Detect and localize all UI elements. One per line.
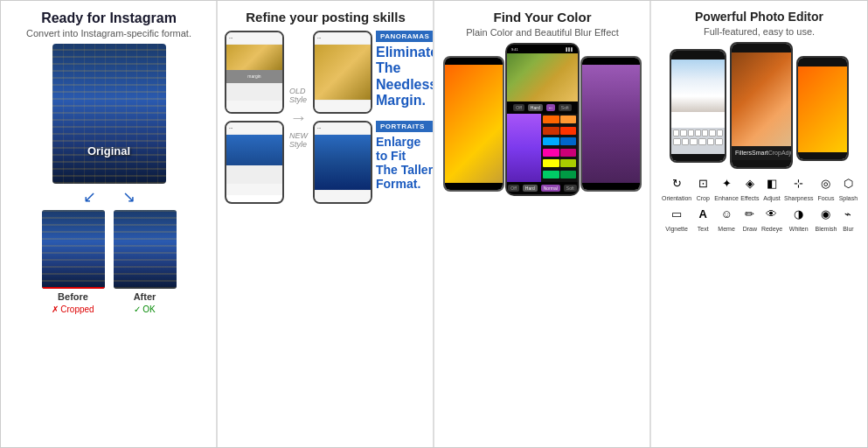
panel-4-title: Powerful Photo Editor bbox=[695, 10, 823, 24]
before-label: Before bbox=[58, 291, 88, 302]
panel-3-subtitle: Plain Color and Beautiful Blur Effect bbox=[466, 27, 619, 38]
editor-phone-right bbox=[796, 56, 849, 161]
transform-arrow: → bbox=[290, 108, 308, 128]
tool-crop[interactable]: ⊡ Crop bbox=[693, 174, 712, 201]
back-phone-left bbox=[443, 56, 504, 192]
before-after-row: Before ✗ Cropped After ✓ OK bbox=[42, 210, 177, 314]
old-phone-portrait: ••• bbox=[225, 121, 284, 204]
tool-sharpness[interactable]: ⊹ Sharpness bbox=[784, 174, 813, 201]
arrow-left: ↙ bbox=[83, 187, 96, 206]
panel-refine: Refine your posting skills ••• margin bbox=[218, 1, 434, 447]
tool-focus[interactable]: ◎ Focus bbox=[816, 174, 837, 201]
ok-status: ✓ OK bbox=[134, 304, 155, 314]
building-original-image: Original bbox=[52, 44, 166, 184]
editor-phone-right-screen bbox=[798, 58, 847, 159]
whiten-label: Whiten bbox=[789, 226, 809, 232]
effects-icon: ◈ bbox=[740, 174, 760, 193]
phone-bottom-2 bbox=[226, 183, 282, 195]
toggle-normal[interactable]: ··· bbox=[546, 104, 555, 111]
screen-top-right bbox=[798, 58, 847, 66]
tool-adjust[interactable]: ◧ Adjust bbox=[761, 174, 782, 201]
tool-effects[interactable]: ◈ Effects bbox=[740, 174, 760, 201]
phone-bottom bbox=[226, 100, 282, 112]
bottom-off[interactable]: Off bbox=[508, 185, 519, 192]
text-label: Text bbox=[698, 226, 709, 232]
draw-label: Draw bbox=[743, 226, 757, 232]
redeye-label: Redeye bbox=[761, 226, 782, 232]
tool-text[interactable]: A Text bbox=[693, 205, 712, 232]
orientation-icon: ↻ bbox=[667, 174, 686, 193]
panorama-text-block: PANORAMAS Eliminate The Needless Margin. bbox=[376, 31, 434, 109]
crop-label: Crop bbox=[697, 195, 710, 201]
phone-header-3: ••• bbox=[315, 32, 371, 45]
toggle-hard[interactable]: Hard bbox=[528, 104, 543, 111]
arrow-area: OLD Style → NEW Style bbox=[289, 87, 308, 149]
check-icon: ✓ bbox=[134, 304, 141, 314]
enlarge-text: Enlarge to Fit The Taller Format. bbox=[376, 135, 433, 191]
blur-label: Blur bbox=[843, 226, 853, 232]
splash-label: Splash bbox=[839, 195, 858, 201]
old-phone-portrait-screen: ••• bbox=[226, 122, 282, 202]
purple-gradient bbox=[507, 114, 541, 182]
focus-icon: ◎ bbox=[816, 174, 836, 193]
toggle-bar: Off Hard ··· Soft bbox=[507, 102, 578, 114]
bird-image-area bbox=[507, 53, 578, 102]
editor-phone-center-screen: Filters Smart Crop Adjust bbox=[732, 44, 791, 167]
new-phones-col: ••• PANORAMAS Eliminate The Needless Mar… bbox=[313, 31, 434, 204]
tool-redeye[interactable]: 👁 Redeye bbox=[761, 205, 782, 232]
panel-editor: Powerful Photo Editor Full-featured, eas… bbox=[651, 1, 867, 447]
cropped-status: ✗ Cropped bbox=[52, 304, 94, 314]
tool-meme[interactable]: ☺ Meme bbox=[714, 205, 739, 232]
editor-phone-center: Filters Smart Crop Adjust bbox=[730, 42, 793, 169]
editor-phone-left bbox=[670, 49, 726, 163]
tool-blur[interactable]: ⌁ Blur bbox=[838, 205, 858, 232]
tool-whiten[interactable]: ◑ Whiten bbox=[784, 205, 813, 232]
back-phone-right bbox=[580, 56, 642, 192]
toggle-soft[interactable]: Soft bbox=[559, 104, 572, 111]
old-style-label: OLD Style bbox=[289, 87, 308, 104]
tool-splash[interactable]: ⬡ Splash bbox=[838, 174, 858, 201]
enhance-label: Enhance bbox=[714, 195, 739, 201]
tool-blemish[interactable]: ◉ Blemish bbox=[816, 205, 837, 232]
orientation-label: Orientation bbox=[662, 195, 691, 201]
sharpness-icon: ⊹ bbox=[789, 174, 809, 193]
meme-label: Meme bbox=[718, 226, 734, 232]
tool-orientation[interactable]: ↻ Orientation bbox=[662, 174, 691, 201]
photo-area-left bbox=[671, 60, 725, 128]
original-label: Original bbox=[87, 144, 130, 158]
screen-top-center bbox=[732, 44, 791, 52]
panel-2-title: Refine your posting skills bbox=[246, 10, 406, 25]
editor-phone-left-screen bbox=[671, 51, 725, 161]
crop-indicator bbox=[42, 287, 105, 289]
abstract-photo bbox=[798, 66, 847, 152]
toggle-off[interactable]: Off bbox=[513, 104, 524, 111]
photo-area-center bbox=[732, 52, 791, 146]
new-style-label: NEW Style bbox=[289, 131, 308, 149]
panel-1-title: Ready for Instagram bbox=[41, 10, 177, 26]
adjust-icon: ◧ bbox=[762, 174, 781, 193]
screen-top-left bbox=[671, 51, 725, 60]
bottom-toggle-bar: Off Hard Normal Soft bbox=[507, 182, 578, 194]
photo-area-right bbox=[798, 66, 847, 152]
arrows-row: ↙ ↘ bbox=[83, 187, 135, 206]
tool-enhance[interactable]: ✦ Enhance bbox=[714, 174, 739, 201]
old-phone-panorama: ••• margin bbox=[225, 31, 284, 114]
effects-label: Effects bbox=[740, 195, 759, 201]
new-phone-panorama-screen: ••• bbox=[315, 32, 371, 112]
tool-draw[interactable]: ✏ Draw bbox=[740, 205, 760, 232]
adjust-label: Adjust bbox=[763, 195, 780, 201]
tool-vignette[interactable]: ▭ Vignette bbox=[662, 205, 691, 232]
bottom-soft[interactable]: Soft bbox=[564, 185, 577, 192]
panel-instagram: Ready for Instagram Convert into Instagr… bbox=[1, 1, 218, 447]
color-picker-area bbox=[507, 114, 578, 182]
keyboard-row-1 bbox=[673, 130, 723, 136]
portrait-text-block: PORTRAITS Enlarge to Fit The Taller Form… bbox=[376, 121, 433, 191]
meme-icon: ☺ bbox=[717, 205, 736, 224]
phone-header-2: ••• bbox=[226, 122, 282, 135]
bear-photo bbox=[732, 52, 791, 146]
phone-bottom-4 bbox=[315, 190, 371, 202]
bottom-normal[interactable]: Normal bbox=[541, 185, 560, 192]
bottom-hard[interactable]: Hard bbox=[523, 185, 538, 192]
x-icon: ✗ bbox=[52, 304, 59, 314]
arrow-right: ↘ bbox=[122, 187, 135, 206]
